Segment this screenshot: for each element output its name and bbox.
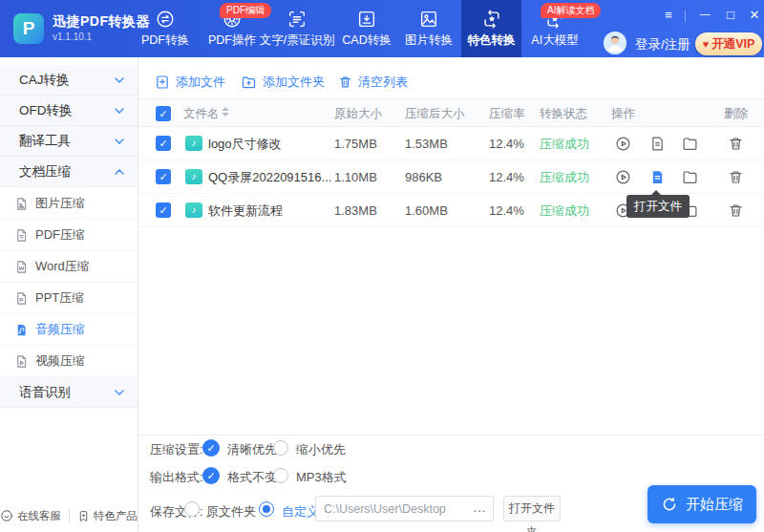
login-link[interactable]: 登录/注册	[635, 36, 690, 53]
sidebar-item-translate[interactable]: 翻译工具	[0, 126, 138, 157]
divider	[685, 11, 686, 22]
chevron-down-icon	[115, 390, 124, 395]
ratio: 12.4%	[489, 160, 524, 194]
add-file-button[interactable]: 添加文件	[155, 73, 225, 92]
sidebar-item-caj[interactable]: CAJ转换	[0, 65, 138, 96]
divider	[69, 509, 70, 522]
radio-label[interactable]: 清晰优先	[227, 441, 277, 458]
add-folder-button[interactable]: 添加文件夹	[241, 73, 325, 92]
tab-special-convert[interactable]: 特色转换	[461, 0, 521, 57]
sidebar-item-ofd[interactable]: OFD转换	[0, 96, 138, 126]
row-checkbox[interactable]: ✓	[156, 169, 171, 184]
tab-pdf-convert[interactable]: PDF转换	[135, 0, 196, 57]
file-name: QQ录屏2022091516...	[208, 160, 331, 194]
chevron-up-icon	[115, 169, 124, 175]
open-file-icon-hovered[interactable]	[649, 169, 666, 185]
delete-icon[interactable]	[728, 169, 744, 185]
menu-icon[interactable]: ≡	[661, 8, 676, 22]
chevron-down-icon	[115, 138, 124, 144]
col-status: 转换状态	[540, 99, 587, 128]
table-row: ✓ ♪ QQ录屏2022091516... 1.10MB 986KB 12.4%…	[138, 160, 764, 194]
start-compress-button[interactable]: 开始压缩	[647, 485, 756, 523]
open-file-icon[interactable]	[649, 136, 666, 152]
col-original-size: 原始大小	[334, 99, 382, 128]
radio-label[interactable]: 原文件夹	[206, 503, 256, 521]
doc-icon	[14, 197, 29, 211]
sidebar-item-image-compress[interactable]: 图片压缩	[0, 188, 138, 220]
app-window: P 迅捷PDF转换器 v1.1.10.1 PDF转换 PDF操作 文字/票证识别…	[0, 0, 764, 532]
chat-smile-icon	[0, 509, 13, 522]
button-label: 添加文件夹	[263, 74, 325, 91]
radio-label[interactable]: 缩小优先	[296, 441, 346, 458]
col-actions: 操作	[611, 99, 635, 128]
support-link[interactable]: 在线客服	[0, 509, 61, 523]
convert-icon	[155, 9, 176, 30]
open-folder-icon[interactable]	[682, 169, 698, 185]
radio-size-first[interactable]	[273, 440, 288, 456]
tab-label: 特色转换	[468, 32, 516, 49]
button-label: 开始压缩	[686, 496, 743, 514]
pdf-edit-badge: PDF编辑	[220, 3, 271, 18]
maximize-icon[interactable]: □	[723, 8, 738, 22]
sidebar-item-doc-compress[interactable]: 文档压缩	[0, 157, 138, 187]
play-icon[interactable]	[615, 169, 631, 185]
sidebar-item-ppt-compress[interactable]: PPT压缩	[0, 283, 138, 314]
col-filename[interactable]: 文件名	[183, 99, 220, 128]
save-path-input[interactable]	[315, 496, 468, 521]
subitem-label: PDF压缩	[35, 226, 85, 244]
compression-setting-label: 压缩设置:	[150, 441, 203, 458]
app-version: v1.1.10.1	[53, 32, 92, 42]
status-badge: 压缩成功	[540, 160, 589, 194]
trash-icon	[338, 74, 352, 90]
sidebar-item-audio-compress[interactable]: 音频压缩	[0, 314, 138, 346]
audio-file-icon: ♪	[185, 136, 202, 151]
avatar[interactable]	[604, 32, 626, 54]
products-link[interactable]: 特色产品	[77, 509, 138, 523]
sort-icon[interactable]	[222, 107, 229, 117]
open-folder-icon[interactable]	[682, 136, 698, 152]
row-checkbox[interactable]: ✓	[156, 136, 171, 151]
open-folder-button[interactable]: 打开文件夹	[503, 496, 561, 521]
radio-label[interactable]: MP3格式	[296, 469, 347, 486]
file-name: 软件更新流程	[208, 194, 283, 227]
ratio: 12.4%	[489, 127, 524, 160]
radio-custom-folder[interactable]	[259, 501, 274, 517]
app-logo: P	[13, 13, 44, 44]
radio-clarity-first[interactable]: ✓	[202, 439, 220, 457]
radio-original-folder[interactable]	[184, 501, 200, 517]
clear-list-button[interactable]: 清空列表	[338, 73, 408, 92]
minimize-icon[interactable]: —	[697, 8, 712, 19]
delete-icon[interactable]	[728, 202, 744, 219]
play-icon[interactable]	[615, 136, 631, 152]
compressed-size: 986KB	[405, 160, 442, 194]
divider	[138, 435, 764, 436]
tab-cad-convert[interactable]: CAD转换	[336, 0, 397, 57]
status-badge: 压缩成功	[540, 194, 589, 227]
original-size: 1.10MB	[334, 160, 377, 194]
sidebar-item-video-compress[interactable]: 视频压缩	[0, 346, 138, 377]
close-icon[interactable]: ✕	[747, 8, 762, 22]
vip-button[interactable]: ♥ 开通VIP	[695, 32, 762, 55]
browse-button[interactable]: ...	[467, 496, 494, 521]
radio-label[interactable]: 格式不变	[227, 469, 277, 486]
vip-label: 开通VIP	[711, 36, 754, 53]
group-label: 语音识别	[19, 384, 71, 401]
sidebar-item-pdf-compress[interactable]: PDF压缩	[0, 220, 138, 251]
original-size: 1.83MB	[334, 194, 377, 227]
group-label: OFD转换	[19, 102, 73, 119]
radio-keep-format[interactable]: ✓	[202, 467, 220, 484]
subitem-label: 图片压缩	[35, 195, 85, 212]
audio-doc-icon	[14, 323, 29, 337]
radio-mp3-format[interactable]	[273, 468, 288, 483]
status-badge: 压缩成功	[540, 127, 589, 160]
scan-icon	[286, 9, 308, 30]
table-row: ✓ ♪ logo尺寸修改 1.75MB 1.53MB 12.4% 压缩成功	[138, 127, 764, 160]
select-all-checkbox[interactable]: ✓	[156, 106, 171, 121]
radio-label[interactable]: 自定义	[282, 503, 319, 521]
delete-icon[interactable]	[728, 136, 744, 152]
sidebar-item-word-compress[interactable]: Word压缩	[0, 251, 138, 283]
row-checkbox[interactable]: ✓	[156, 202, 171, 218]
group-label: CAJ转换	[19, 72, 70, 89]
sidebar-item-voice[interactable]: 语音识别	[0, 377, 138, 408]
tab-image-convert[interactable]: 图片转换	[398, 0, 459, 57]
